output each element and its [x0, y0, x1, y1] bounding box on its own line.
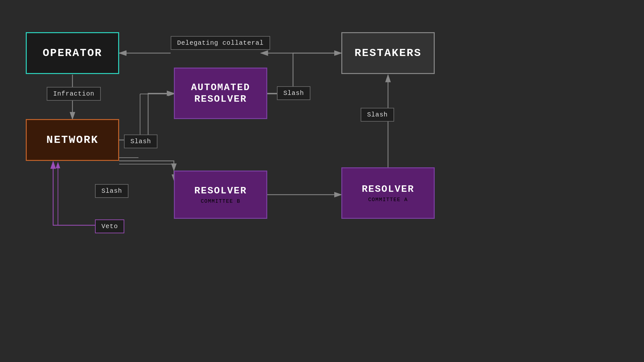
veto-text: Veto: [101, 223, 118, 230]
resolver-b-main-label: RESOLVER: [194, 185, 247, 197]
infraction-label-box: Infraction: [47, 87, 101, 101]
resolver-a-node: RESOLVER COMMITTEE A: [341, 167, 435, 219]
seg-network-to-auto: [119, 93, 174, 140]
network-label: NETWORK: [46, 134, 99, 147]
network-node: NETWORK: [26, 119, 119, 161]
delegating-label-box: Delegating collateral: [171, 36, 270, 50]
slash-auto-text: Slash: [283, 89, 304, 97]
infraction-text: Infraction: [53, 90, 94, 97]
resolver-a-main-label: RESOLVER: [362, 183, 414, 195]
auto-resolver-label: AUTOMATED RESOLVER: [191, 82, 250, 105]
delegating-text: Delegating collateral: [177, 39, 264, 47]
seg-network-to-resolverb: [119, 161, 174, 171]
slash-auto-label-box: Slash: [277, 86, 310, 100]
slash-b-text: Slash: [101, 187, 122, 195]
slash-network-label-box: Slash: [124, 135, 157, 148]
resolver-b-node: RESOLVER COMMITTEE B: [174, 171, 267, 219]
slash-network-text: Slash: [130, 138, 151, 145]
seg-veto: [53, 162, 95, 225]
diagram: OPERATOR RESTAKERS NETWORK AUTOMATED RES…: [0, 0, 644, 362]
slash-b-label-box: Slash: [95, 184, 128, 198]
operator-node: OPERATOR: [26, 32, 119, 74]
operator-label: OPERATOR: [43, 47, 102, 60]
resolver-a-sub-label: COMMITTEE A: [368, 197, 408, 203]
restakers-node: RESTAKERS: [341, 32, 435, 74]
veto-label-box: Veto: [95, 219, 124, 233]
resolver-b-sub-label: COMMITTEE B: [201, 199, 240, 204]
slash-a-text: Slash: [367, 111, 388, 118]
restakers-label: RESTAKERS: [355, 47, 421, 60]
slash-a-label-box: Slash: [361, 108, 394, 122]
auto-resolver-node: AUTOMATED RESOLVER: [174, 68, 267, 119]
